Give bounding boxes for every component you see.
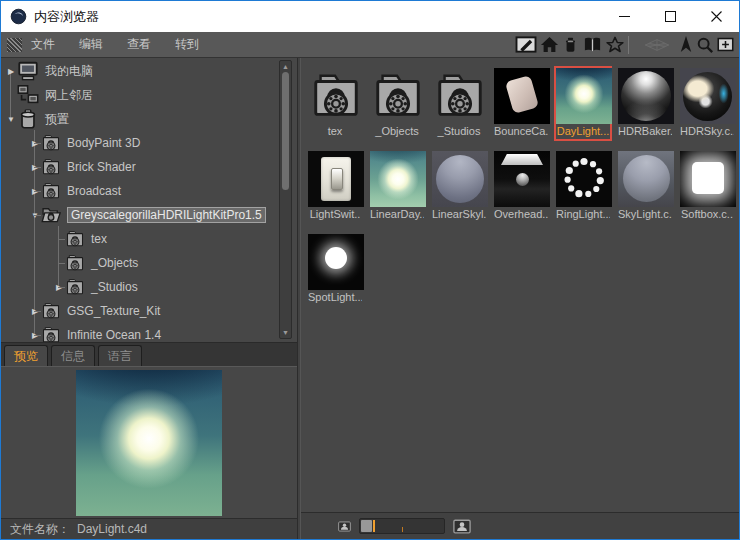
edit-pencil-icon[interactable] bbox=[515, 35, 537, 54]
thumbnail-size-large-icon[interactable] bbox=[453, 519, 471, 534]
scroll-down-icon[interactable]: ▼ bbox=[280, 327, 291, 338]
grid-item[interactable]: LinearDay.. bbox=[368, 149, 426, 224]
maxon-logo-icon bbox=[638, 36, 676, 54]
expand-arrow-icon[interactable]: ▶ bbox=[53, 283, 65, 292]
grid-item[interactable]: DayLight... bbox=[554, 66, 612, 141]
folderlock-icon bbox=[41, 325, 61, 343]
statusbar: 文件名称： DayLight.c4d bbox=[1, 518, 297, 539]
tree-scrollbar[interactable]: ▲ ▼ bbox=[279, 60, 292, 339]
tree-item[interactable]: ▶GSG_Texture_Kit bbox=[1, 299, 297, 323]
expand-arrow-icon[interactable]: ▶ bbox=[29, 187, 41, 196]
pointer-arrow-icon[interactable] bbox=[679, 35, 693, 54]
grid-item-label: HDRBaker.. bbox=[618, 125, 672, 139]
folderlock-icon bbox=[41, 301, 61, 321]
grid-item[interactable]: LightSwit.. bbox=[306, 149, 364, 224]
scrollbar-thumb[interactable] bbox=[282, 72, 289, 190]
tree-item-label: _Objects bbox=[91, 256, 138, 270]
grid-item[interactable]: tex bbox=[306, 66, 364, 141]
expand-arrow-icon[interactable]: ▶ bbox=[29, 163, 41, 172]
expand-arrow-icon[interactable]: ▶ bbox=[29, 331, 41, 340]
close-button[interactable] bbox=[693, 1, 739, 32]
jar-icon bbox=[17, 108, 39, 130]
tab-1[interactable]: 信息 bbox=[51, 345, 95, 366]
grid-item[interactable]: Softbox.c.. bbox=[678, 149, 736, 224]
favorites-star-icon[interactable] bbox=[606, 36, 624, 54]
preview-panel bbox=[1, 366, 297, 518]
tree-item[interactable]: ▶_Studios bbox=[1, 275, 297, 299]
grid-item-label: HDRSky.c.. bbox=[680, 125, 734, 139]
thumbnail-folder bbox=[370, 68, 426, 124]
tree-item[interactable]: ▶Brick Shader bbox=[1, 155, 297, 179]
grid-item[interactable]: SkyLight.c.. bbox=[616, 149, 674, 224]
thumbnail-daylight bbox=[556, 68, 612, 124]
tree-item[interactable]: ▶我的电脑 bbox=[1, 59, 297, 83]
tree-item[interactable]: ▶网上邻居 bbox=[1, 83, 297, 107]
folderlock-icon bbox=[41, 157, 61, 177]
grid-item[interactable]: SpotLight... bbox=[306, 232, 364, 307]
tree-item[interactable]: ▼GreyscalegorillaHDRILightKitPro1.5 bbox=[1, 203, 297, 227]
expand-arrow-icon[interactable]: ▶ bbox=[29, 307, 41, 316]
right-panel: tex_Objects_StudiosBounceCa..DayLight...… bbox=[301, 58, 739, 539]
grid-item[interactable]: _Studios bbox=[430, 66, 488, 141]
tree-item[interactable]: ▶BodyPaint 3D bbox=[1, 131, 297, 155]
thumbnail-grid: tex_Objects_StudiosBounceCa..DayLight...… bbox=[301, 58, 739, 512]
collapse-arrow-icon[interactable]: ▼ bbox=[5, 115, 17, 124]
catalog-book-icon[interactable] bbox=[582, 35, 603, 54]
tabstrip: 预览信息语言 bbox=[1, 343, 297, 366]
slider-handle[interactable] bbox=[361, 520, 372, 532]
tree-item[interactable]: ▶_Objects bbox=[1, 251, 297, 275]
grid-bottombar bbox=[301, 512, 739, 539]
presets-jar-icon[interactable] bbox=[562, 35, 579, 54]
grid-item-label: LightSwit.. bbox=[308, 208, 362, 222]
window-controls bbox=[601, 1, 739, 32]
window-title: 内容浏览器 bbox=[34, 8, 99, 26]
tree-item-label: Broadcast bbox=[67, 184, 121, 198]
folderlock-icon bbox=[65, 229, 85, 249]
grid-item[interactable]: HDRBaker.. bbox=[616, 66, 674, 141]
collapse-arrow-icon[interactable]: ▼ bbox=[29, 211, 41, 220]
thumbnail-bouncecard bbox=[494, 68, 550, 124]
tab-2[interactable]: 语言 bbox=[98, 345, 142, 366]
grid-item[interactable]: RingLight... bbox=[554, 149, 612, 224]
grid-item-label: SkyLight.c.. bbox=[618, 208, 672, 222]
grid-item-label: DayLight... bbox=[556, 125, 610, 139]
thumbnail-linearsky bbox=[432, 151, 488, 207]
menubar-grip-icon[interactable] bbox=[7, 38, 22, 52]
tree-item-label: _Studios bbox=[91, 280, 138, 294]
grid-item[interactable]: BounceCa.. bbox=[492, 66, 550, 141]
tree-item[interactable]: ▶Infinite Ocean 1.4 bbox=[1, 323, 297, 343]
menu-item-1[interactable]: 编辑 bbox=[79, 36, 103, 53]
slider-position-mark bbox=[373, 520, 375, 532]
search-magnifier-icon[interactable] bbox=[696, 36, 714, 54]
menu-item-3[interactable]: 转到 bbox=[175, 36, 199, 53]
thumbnail-size-small-icon[interactable] bbox=[338, 521, 351, 532]
home-icon[interactable] bbox=[540, 35, 559, 54]
toolbar-separator bbox=[628, 36, 629, 54]
titlebar: 内容浏览器 bbox=[1, 1, 739, 32]
minimize-button[interactable] bbox=[601, 1, 647, 32]
grid-item-label: Softbox.c.. bbox=[680, 208, 734, 222]
tree-item[interactable]: ▼预置 bbox=[1, 107, 297, 131]
grid-item[interactable]: Overhead.. bbox=[492, 149, 550, 224]
thumbnail-linearday bbox=[370, 151, 426, 207]
add-plus-icon[interactable] bbox=[717, 36, 734, 53]
maximize-button[interactable] bbox=[647, 1, 693, 32]
grid-item[interactable]: _Objects bbox=[368, 66, 426, 141]
grid-item[interactable]: LinearSkyl.. bbox=[430, 149, 488, 224]
tree-item[interactable]: ▶tex bbox=[1, 227, 297, 251]
grid-item[interactable]: HDRSky.c.. bbox=[678, 66, 736, 141]
tab-0[interactable]: 预览 bbox=[4, 345, 48, 366]
folderlock-icon bbox=[41, 133, 61, 153]
expand-arrow-icon[interactable]: ▶ bbox=[5, 67, 17, 76]
menu-item-0[interactable]: 文件 bbox=[31, 36, 55, 53]
thumbnail-size-slider[interactable] bbox=[359, 518, 445, 534]
grid-item-label: Overhead.. bbox=[494, 208, 548, 222]
menu-item-2[interactable]: 查看 bbox=[127, 36, 151, 53]
tree-item[interactable]: ▶Broadcast bbox=[1, 179, 297, 203]
preview-image bbox=[76, 370, 222, 516]
folderopen-icon bbox=[41, 205, 61, 225]
thumbnail-hdrbaker bbox=[618, 68, 674, 124]
expand-arrow-icon[interactable]: ▶ bbox=[29, 139, 41, 148]
folderlock-icon bbox=[41, 181, 61, 201]
scroll-up-icon[interactable]: ▲ bbox=[280, 61, 291, 72]
